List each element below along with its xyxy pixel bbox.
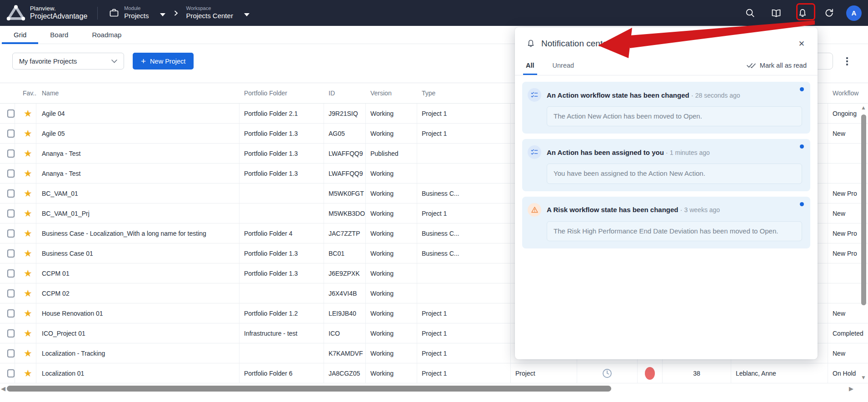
favorite-star-icon[interactable]: ★ (24, 228, 32, 238)
project-name-cell[interactable]: Agile 04 (36, 104, 239, 123)
favorite-cell: ★ (15, 263, 36, 283)
favorite-star-icon[interactable]: ★ (24, 268, 32, 278)
notifications-button[interactable] (793, 4, 812, 22)
scroll-left-arrow-icon[interactable]: ◀ (1, 386, 5, 392)
type-cell: Business C... (417, 223, 511, 243)
type-column-header[interactable]: Type (417, 83, 511, 103)
help-library-button[interactable] (767, 4, 785, 22)
row-checkbox[interactable] (7, 189, 15, 198)
notification-center-panel: Notification center ✕ All Unread Mark al… (515, 27, 818, 359)
portfolio-folder-cell (239, 203, 324, 223)
workspace-selector[interactable]: Workspace Projects Center (186, 5, 249, 20)
type-cell: Project 1 (417, 363, 511, 383)
close-icon[interactable]: ✕ (798, 39, 805, 49)
portfolio-folder-cell: Portfolio Folder 1.2 (239, 303, 324, 323)
project-name-cell[interactable]: BC_VAM_01 (36, 184, 239, 203)
row-checkbox[interactable] (7, 249, 15, 258)
project-name-cell[interactable]: BC_VAM_01_Prj (36, 203, 239, 223)
version-column-header[interactable]: Version (366, 83, 417, 103)
project-name-cell[interactable]: Business Case 01 (36, 243, 239, 263)
favorite-star-icon[interactable]: ★ (24, 328, 32, 338)
row-checkbox[interactable] (7, 109, 15, 118)
project-name-cell[interactable]: ICO_Project 01 (36, 323, 239, 343)
project-name-cell[interactable]: Business Case - Localization_With a long… (36, 223, 239, 243)
new-project-button[interactable]: + New Project (133, 53, 194, 69)
type-cell (417, 164, 511, 183)
refresh-button[interactable] (820, 4, 838, 22)
type-cell: Project 1 (417, 323, 511, 343)
row-checkbox[interactable] (7, 369, 15, 377)
row-checkbox[interactable] (7, 309, 15, 318)
row-checkbox[interactable] (7, 229, 15, 238)
favorite-star-icon[interactable]: ★ (24, 248, 32, 258)
notification-list: An Action workflow state has been change… (515, 75, 818, 255)
brand-logo[interactable]: Planview. ProjectAdvantage (0, 5, 87, 21)
row-checkbox[interactable] (7, 349, 15, 357)
more-options-button[interactable] (844, 54, 850, 69)
workflow-column-header[interactable]: Workflow (828, 83, 868, 103)
favorite-star-icon[interactable]: ★ (24, 368, 32, 378)
favorite-column-header[interactable]: Fav... (15, 83, 36, 103)
row-checkbox[interactable] (7, 129, 15, 138)
project-name-cell[interactable]: CCPM 02 (36, 283, 239, 303)
favorite-star-icon[interactable]: ★ (24, 189, 32, 198)
scroll-down-arrow-icon[interactable]: ▼ (861, 374, 866, 381)
scroll-up-arrow-icon[interactable]: ▲ (861, 104, 866, 111)
tab-roadmap[interactable]: Roadmap (80, 26, 133, 44)
scroll-right-arrow-icon[interactable]: ▶ (849, 386, 853, 392)
row-checkbox[interactable] (7, 269, 15, 278)
type-cell (417, 144, 511, 163)
favorite-star-icon[interactable]: ★ (24, 129, 32, 138)
type-cell: Project 1 (417, 343, 511, 363)
notification-card[interactable]: An Action has been assigned to you·1 min… (522, 139, 810, 191)
favorite-star-icon[interactable]: ★ (24, 149, 32, 158)
id-column-header[interactable]: ID (324, 83, 366, 103)
mark-all-as-read-button[interactable]: Mark all as read (747, 62, 807, 69)
favorite-star-icon[interactable]: ★ (24, 288, 32, 298)
tab-board[interactable]: Board (38, 26, 80, 44)
row-checkbox[interactable] (7, 169, 15, 178)
favorite-star-icon[interactable]: ★ (24, 169, 32, 178)
notification-card[interactable]: A Risk workflow state has been changed·3… (522, 197, 810, 248)
module-selector[interactable]: Module Projects (109, 5, 165, 20)
type-cell: Business C... (417, 243, 511, 263)
tab-all-notifications[interactable]: All (526, 55, 534, 75)
tab-grid[interactable]: Grid (2, 26, 38, 44)
type-cell: Project 1 (417, 203, 511, 223)
tab-unread-notifications[interactable]: Unread (553, 55, 574, 75)
project-name-cell[interactable]: CCPM 01 (36, 263, 239, 283)
project-name-cell[interactable]: Localization 01 (36, 363, 239, 383)
project-name-cell[interactable]: Ananya - Test (36, 144, 239, 163)
row-checkbox[interactable] (7, 149, 15, 158)
favorite-star-icon[interactable]: ★ (24, 109, 32, 118)
horizontal-scrollbar[interactable]: ◀ ▶ (0, 385, 868, 392)
user-avatar[interactable]: A (846, 5, 862, 21)
row-checkbox[interactable] (7, 209, 15, 218)
type-cell (417, 263, 511, 283)
project-name-cell[interactable]: Localization - Tracking (36, 343, 239, 363)
project-name-cell[interactable]: Ananya - Test (36, 164, 239, 183)
notification-card[interactable]: An Action workflow state has been change… (522, 82, 810, 134)
name-column-header[interactable]: Name (36, 83, 239, 103)
row-select-cell (0, 283, 15, 303)
row-checkbox[interactable] (7, 329, 15, 337)
favorite-cell: ★ (15, 184, 36, 203)
unread-indicator (800, 202, 804, 206)
notification-title-row: An Action has been assigned to you·1 min… (528, 145, 804, 159)
vertical-scrollbar[interactable]: ▲ ▼ (860, 104, 867, 384)
vertical-scroll-thumb[interactable] (861, 114, 866, 305)
horizontal-scroll-thumb[interactable] (7, 386, 611, 392)
portfolio-folder-column-header[interactable]: Portfolio Folder (239, 83, 324, 103)
row-select-cell (0, 203, 15, 223)
favorite-projects-filter[interactable]: My favorite Projects (12, 53, 124, 69)
favorite-star-icon[interactable]: ★ (24, 348, 32, 358)
chevron-down-icon (244, 13, 249, 16)
project-name-cell[interactable]: Agile 05 (36, 124, 239, 143)
row-checkbox[interactable] (7, 289, 15, 298)
favorite-star-icon[interactable]: ★ (24, 308, 32, 318)
chevron-down-icon (111, 60, 117, 63)
chevron-right-icon (172, 9, 180, 17)
search-button[interactable] (741, 4, 759, 22)
project-name-cell[interactable]: House Renovation 01 (36, 303, 239, 323)
favorite-star-icon[interactable]: ★ (24, 208, 32, 218)
